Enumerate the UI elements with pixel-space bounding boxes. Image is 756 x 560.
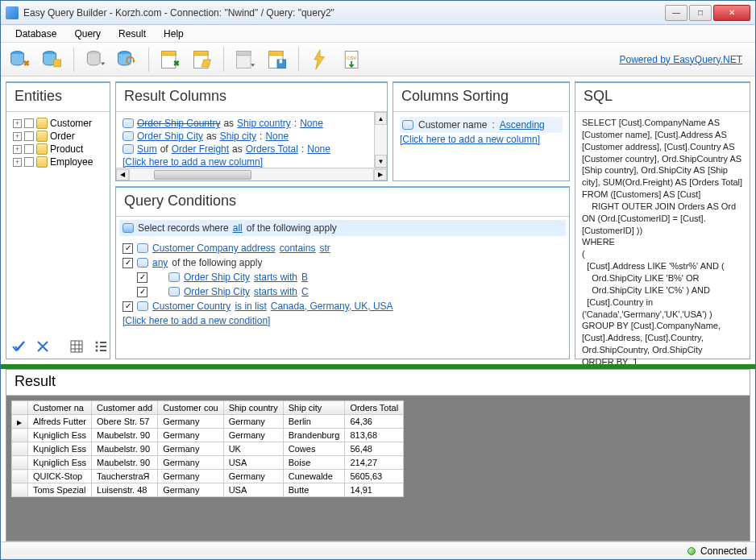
sort-row[interactable]: Customer name : Ascending: [400, 117, 563, 133]
condition-op[interactable]: is in list: [235, 301, 266, 312]
row-handle-icon[interactable]: [168, 287, 180, 297]
cell[interactable]: Kųniglich Ess: [28, 442, 92, 456]
col-header[interactable]: Orders Total: [345, 401, 404, 415]
condition-op[interactable]: contains: [280, 243, 316, 254]
cell[interactable]: Brandenburg: [283, 429, 345, 442]
condition-checkbox[interactable]: [123, 243, 133, 254]
row-handle-icon[interactable]: [137, 243, 148, 253]
col-header[interactable]: Ship city: [283, 401, 345, 415]
row-handle-icon[interactable]: [123, 131, 134, 141]
query-dropdown-button[interactable]: [231, 46, 260, 73]
db-connect-button[interactable]: [6, 46, 35, 73]
cell[interactable]: Germany: [158, 442, 223, 456]
row-header[interactable]: [12, 483, 28, 497]
cell[interactable]: Germany: [158, 429, 223, 442]
cell[interactable]: 14,91: [345, 483, 404, 497]
minimize-button[interactable]: —: [665, 5, 687, 21]
condition-checkbox[interactable]: [123, 258, 133, 268]
cell[interactable]: Cowes: [283, 442, 345, 456]
condition-checkbox[interactable]: [137, 287, 147, 297]
row-handle-icon[interactable]: [123, 144, 134, 154]
row-handle-icon[interactable]: [137, 258, 148, 268]
condition-field[interactable]: Customer Company address: [152, 243, 276, 254]
condition-checkbox[interactable]: [123, 301, 133, 312]
cell[interactable]: Maubelstr. 90: [92, 429, 158, 442]
table-row[interactable]: Kųniglich EssMaubelstr. 90GermanyUKCowes…: [12, 442, 404, 456]
cell[interactable]: Maubelstr. 90: [92, 456, 158, 470]
cell[interactable]: Maubelstr. 90: [92, 442, 158, 456]
row-header[interactable]: [12, 470, 28, 483]
cell[interactable]: Kųniglich Ess: [28, 456, 92, 470]
condition-root[interactable]: Select records where all of the followin…: [119, 220, 566, 236]
menu-result[interactable]: Result: [110, 27, 154, 41]
tree-item-customer[interactable]: +Customer: [13, 117, 103, 130]
db-edit-button[interactable]: [38, 46, 67, 73]
grid-icon[interactable]: [69, 338, 84, 355]
checkbox[interactable]: [24, 118, 34, 128]
cell[interactable]: Cunewalde: [283, 470, 345, 483]
condition-val[interactable]: B: [301, 272, 308, 283]
condition-row[interactable]: Customer Company address contains str: [123, 241, 563, 255]
cell[interactable]: Germany: [158, 483, 223, 497]
horizontal-scrollbar[interactable]: ◀▶: [116, 168, 387, 180]
cell[interactable]: Butte: [283, 483, 345, 497]
row-header[interactable]: [12, 456, 28, 470]
checkbox[interactable]: [24, 131, 34, 141]
uncheck-all-icon[interactable]: [35, 338, 50, 355]
db-dropdown-button[interactable]: [81, 46, 110, 73]
result-column-row[interactable]: Sum of Order Freight as Orders Total : N…: [123, 143, 368, 156]
result-column-row[interactable]: Order Ship Country as Ship country : Non…: [123, 117, 368, 130]
cell[interactable]: Toms Spezial: [28, 483, 92, 497]
table-row[interactable]: Kųniglich EssMaubelstr. 90GermanyUSABois…: [12, 456, 404, 470]
tree-item-product[interactable]: +Product: [13, 143, 103, 156]
list-icon[interactable]: [93, 338, 108, 355]
checkbox[interactable]: [24, 144, 34, 154]
menu-help[interactable]: Help: [156, 27, 192, 41]
add-sort-column-link[interactable]: [Click here to add a new column]: [400, 134, 540, 145]
cell[interactable]: 5605,63: [345, 470, 404, 483]
condition-op[interactable]: starts with: [254, 272, 297, 283]
query-open-button[interactable]: [188, 46, 217, 73]
result-grid[interactable]: Customer na Customer add Customer cou Sh…: [11, 400, 404, 497]
condition-row[interactable]: Order Ship City starts with C: [164, 284, 563, 299]
column-alias[interactable]: Ship country: [237, 118, 291, 129]
row-handle-icon[interactable]: [402, 120, 413, 130]
row-header[interactable]: [12, 429, 28, 442]
cell[interactable]: Germany: [158, 415, 223, 429]
row-handle-icon[interactable]: [137, 301, 148, 311]
tree-item-employee[interactable]: +Employee: [13, 156, 103, 168]
cell[interactable]: Boise: [283, 456, 345, 470]
scroll-right-icon[interactable]: ▶: [374, 169, 387, 180]
query-new-button[interactable]: [156, 46, 185, 73]
col-header[interactable]: Ship country: [223, 401, 283, 415]
row-handle-icon[interactable]: [123, 118, 134, 128]
tree-item-order[interactable]: +Order: [13, 130, 103, 143]
cell[interactable]: TaucherstraЯ: [92, 470, 158, 483]
col-header[interactable]: Customer na: [28, 401, 92, 415]
row-header[interactable]: [12, 415, 28, 429]
cell[interactable]: Germany: [158, 456, 223, 470]
scroll-left-icon[interactable]: ◀: [116, 169, 129, 180]
scroll-down-icon[interactable]: ▼: [375, 155, 387, 168]
export-csv-button[interactable]: CSV: [338, 46, 367, 73]
column-alias[interactable]: Orders Total: [246, 143, 298, 155]
condition-val[interactable]: Canada, Germany, UK, USA: [271, 301, 393, 312]
cell[interactable]: USA: [223, 456, 283, 470]
expand-icon[interactable]: +: [13, 158, 22, 167]
root-handle-icon[interactable]: [123, 223, 134, 233]
cell[interactable]: UK: [223, 442, 283, 456]
cell[interactable]: 214,27: [345, 456, 404, 470]
expand-icon[interactable]: +: [13, 132, 22, 141]
condition-field[interactable]: Order Ship City: [184, 286, 250, 297]
condition-val[interactable]: str: [319, 243, 330, 254]
condition-op[interactable]: starts with: [254, 286, 297, 297]
column-agg[interactable]: None: [300, 118, 323, 129]
column-field[interactable]: Order Ship Country: [137, 118, 220, 129]
cell[interactable]: Germany: [223, 415, 283, 429]
table-row[interactable]: Toms SpezialLuisenstr. 48GermanyUSAButte…: [12, 483, 404, 497]
column-alias[interactable]: Ship city: [220, 131, 256, 142]
sort-direction[interactable]: Ascending: [500, 119, 545, 131]
cell[interactable]: 64,36: [345, 415, 404, 429]
cell[interactable]: Germany: [223, 429, 283, 442]
condition-field[interactable]: Order Ship City: [184, 272, 250, 283]
